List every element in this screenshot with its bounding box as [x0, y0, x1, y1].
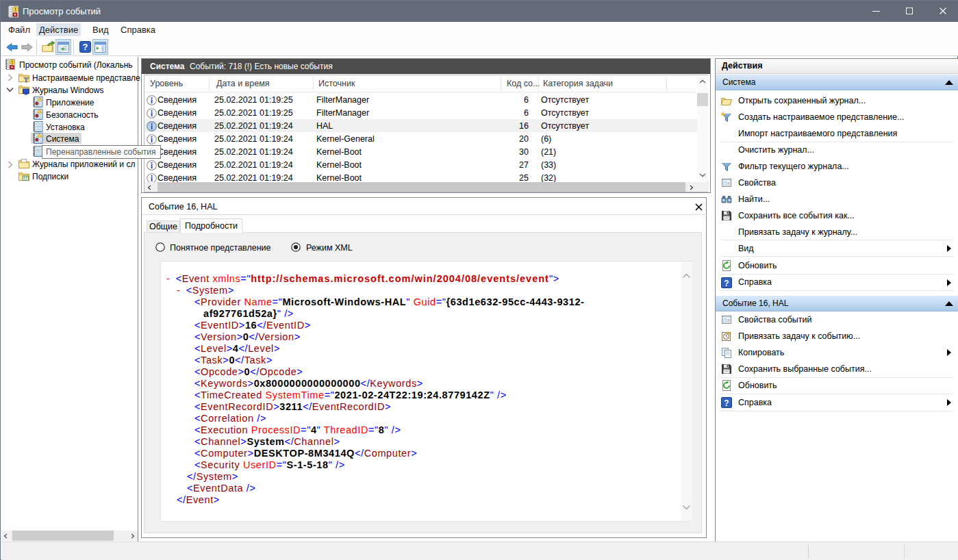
svg-text:?: ?	[83, 42, 88, 52]
